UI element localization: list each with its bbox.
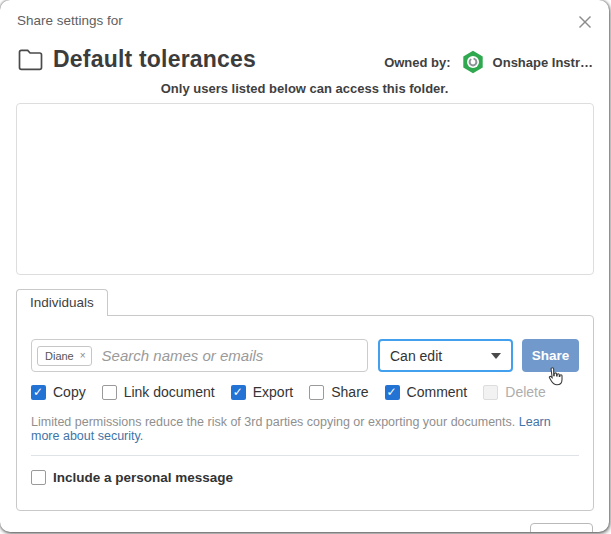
chip-remove-icon[interactable]: × [80,351,86,361]
checkbox-link-document[interactable]: Link document [102,384,215,400]
document-header: Default tolerances Owned by: Onshape Ins… [0,30,609,74]
dialog-titlebar: Share settings for [0,0,609,30]
close-button[interactable]: Close [530,523,593,532]
share-settings-dialog: Share settings for Default tolerances Ow… [0,0,609,532]
folder-icon [17,47,44,71]
dialog-title: Share settings for [17,13,123,28]
checkbox-share-box[interactable] [309,385,324,400]
checkbox-comment-box[interactable] [385,385,400,400]
share-button[interactable]: Share [522,339,579,372]
checkbox-export-box[interactable] [231,385,246,400]
access-notice: Only users listed below can access this … [0,81,609,96]
checkbox-export[interactable]: Export [231,384,293,400]
checkbox-delete-label: Delete [505,384,545,400]
personal-message-label: Include a personal message [53,470,233,485]
checkbox-copy-label: Copy [53,384,86,400]
owner-name: Onshape Instr… [493,55,593,70]
checkbox-comment[interactable]: Comment [385,384,468,400]
checkbox-copy-box[interactable] [31,385,46,400]
tab-individuals[interactable]: Individuals [16,289,108,316]
shared-users-list[interactable] [16,103,594,275]
screen: Share settings for Default tolerances Ow… [0,0,611,534]
permissions-note: Limited permissions reduce the risk of 3… [31,415,579,443]
folder-name: Default tolerances [53,46,384,73]
checkbox-copy[interactable]: Copy [31,384,86,400]
share-form-row: Diane × Can edit Share [31,339,579,372]
panel-divider [31,455,579,456]
dialog-footer: Close [0,511,609,532]
onshape-logo-icon [461,50,485,74]
search-input[interactable] [100,346,359,365]
permissions-note-text: Limited permissions reduce the risk of 3… [31,415,515,429]
recipient-search-box[interactable]: Diane × [31,339,368,372]
recipient-chip[interactable]: Diane × [37,346,92,366]
checkbox-delete: Delete [483,384,545,400]
checkbox-share-label: Share [331,384,368,400]
recipient-chip-label: Diane [45,350,74,362]
owner-info: Owned by: Onshape Instr… [384,50,593,74]
checkbox-link-document-label: Link document [124,384,215,400]
checkbox-delete-box [483,385,498,400]
chevron-down-icon [491,353,501,359]
individuals-panel: Diane × Can edit Share [16,315,594,511]
permission-select-value: Can edit [390,348,491,364]
permission-select[interactable]: Can edit [378,339,513,372]
checkbox-comment-label: Comment [407,384,468,400]
personal-message-checkbox[interactable] [31,470,46,485]
checkbox-export-label: Export [253,384,293,400]
close-icon[interactable] [577,14,593,30]
owned-by-label: Owned by: [384,55,450,70]
permission-checkboxes: Copy Link document Export Share Comment [31,384,579,400]
personal-message-option[interactable]: Include a personal message [31,470,579,485]
checkbox-share[interactable]: Share [309,384,368,400]
checkbox-link-document-box[interactable] [102,385,117,400]
share-button-wrap: Share [522,339,579,372]
